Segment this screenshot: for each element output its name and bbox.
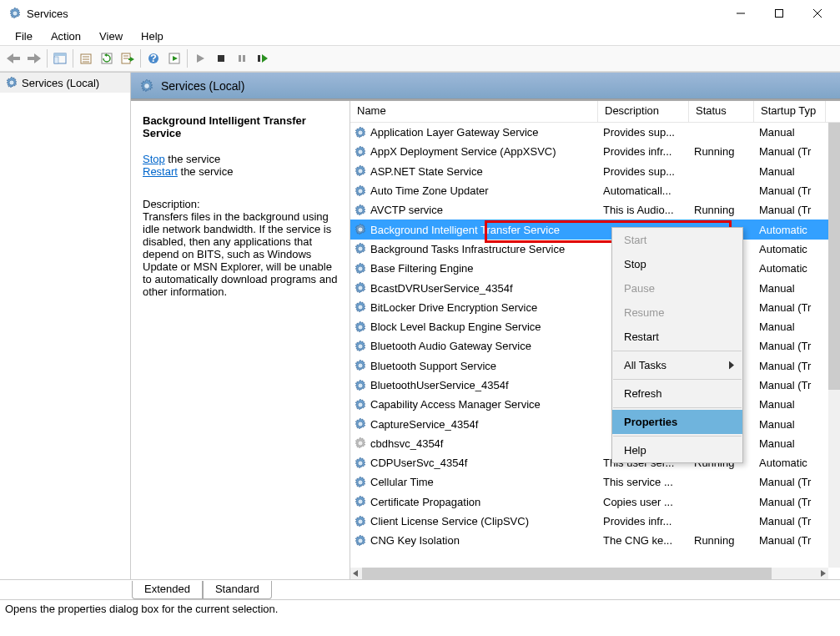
svg-text:?: ?: [150, 53, 157, 64]
tree-root-label: Services (Local): [22, 77, 99, 89]
gear-icon: [354, 515, 367, 528]
menu-item-help[interactable]: Help: [612, 438, 742, 462]
menu-item-restart[interactable]: Restart: [612, 325, 742, 349]
table-row[interactable]: Bluetooth Support ServiceManual (Tr: [350, 356, 840, 376]
tab-extended[interactable]: Extended: [132, 581, 203, 599]
table-row[interactable]: ASP.NET State ServiceProvides sup...Manu…: [350, 162, 840, 181]
maximize-button[interactable]: [760, 0, 798, 27]
table-row[interactable]: AppX Deployment Service (AppXSVC)Provide…: [350, 142, 840, 161]
service-name: BluetoothUserService_4354f: [370, 379, 509, 391]
table-row[interactable]: Cellular TimeThis service ...Manual (Tr: [350, 472, 840, 492]
menu-item-all-tasks[interactable]: All Tasks: [612, 353, 742, 377]
menubar: File Action View Help: [0, 27, 840, 45]
gear-icon: [354, 126, 367, 139]
scroll-right-icon[interactable]: [817, 568, 828, 579]
view-header-title: Services (Local): [161, 79, 244, 93]
menu-action[interactable]: Action: [43, 28, 89, 44]
col-name[interactable]: Name: [350, 101, 598, 122]
gear-icon: [354, 164, 367, 178]
menu-separator: [613, 351, 742, 351]
table-row[interactable]: Block Level Backup Engine ServiceManual: [350, 317, 840, 336]
table-row[interactable]: Application Layer Gateway ServiceProvide…: [350, 123, 840, 142]
table-row[interactable]: CaptureService_4354fManual: [350, 414, 840, 433]
table-row[interactable]: CDPUserSvc_4354fThis user ser...RunningA…: [350, 453, 840, 472]
tree-root-item[interactable]: Services (Local): [0, 73, 130, 93]
service-startup: Manual: [754, 165, 826, 178]
stop-service-link[interactable]: Stop: [143, 153, 165, 165]
menu-file[interactable]: File: [7, 28, 41, 44]
svg-rect-26: [239, 55, 241, 62]
stop-service-button[interactable]: [211, 48, 231, 68]
export-list-button[interactable]: [118, 48, 138, 68]
service-name: ASP.NET State Service: [370, 165, 483, 178]
table-row[interactable]: AVCTP serviceThis is Audio...RunningManu…: [350, 200, 840, 220]
vertical-scrollbar[interactable]: [828, 123, 840, 568]
menu-item-properties[interactable]: Properties: [612, 410, 742, 434]
service-startup: Manual (Tr: [754, 340, 826, 352]
service-desc: Provides sup...: [598, 165, 689, 178]
col-status[interactable]: Status: [689, 101, 754, 122]
scroll-left-icon[interactable]: [350, 568, 362, 579]
svg-marker-24: [197, 54, 204, 63]
table-row[interactable]: Base Filtering EngineAutomatic: [350, 259, 840, 278]
service-startup: Manual: [754, 321, 826, 333]
table-row[interactable]: Client License Service (ClipSVC)Provides…: [350, 512, 840, 531]
service-desc: Provides infr...: [598, 145, 689, 158]
table-row[interactable]: BcastDVRUserService_4354fManual: [350, 278, 840, 297]
restart-service-button[interactable]: [253, 48, 273, 68]
service-name: Background Tasks Infrastructure Service: [370, 243, 565, 255]
menu-item-stop[interactable]: Stop: [612, 252, 742, 276]
table-row[interactable]: BitLocker Drive Encryption ServiceManual…: [350, 298, 840, 317]
service-name: CDPUserSvc_4354f: [370, 457, 467, 469]
table-row[interactable]: Background Intelligent Transfer ServiceA…: [350, 220, 840, 239]
menu-view[interactable]: View: [91, 28, 131, 44]
submenu-arrow-icon: [729, 359, 734, 371]
description-text: Transfers files in the background using …: [143, 210, 338, 298]
properties-button[interactable]: [76, 48, 96, 68]
forward-button[interactable]: [24, 48, 44, 68]
table-row[interactable]: Bluetooth Audio Gateway ServiceManual (T…: [350, 336, 840, 356]
view-tabs: Extended Standard: [0, 579, 840, 599]
gear-icon: [354, 281, 367, 295]
table-row[interactable]: Background Tasks Infrastructure ServiceA…: [350, 240, 840, 259]
show-hide-tree-button[interactable]: [50, 48, 70, 68]
menu-item-pause: Pause: [612, 276, 742, 300]
menu-item-refresh[interactable]: Refresh: [612, 381, 742, 406]
table-row[interactable]: Certificate PropagationCopies user ...Ma…: [350, 492, 840, 512]
table-row[interactable]: CNG Key IsolationThe CNG ke...RunningMan…: [350, 531, 840, 550]
services-list: Name Description Status Startup Typ Appl…: [350, 101, 840, 579]
service-name: Block Level Backup Engine Service: [370, 321, 541, 333]
svg-rect-25: [218, 55, 224, 62]
service-name: CaptureService_4354f: [370, 418, 478, 431]
horizontal-scrollbar[interactable]: [350, 568, 828, 579]
service-desc: The CNG ke...: [598, 534, 689, 547]
pause-service-button[interactable]: [232, 48, 252, 68]
gear-icon: [354, 534, 367, 548]
help-toolbar-button[interactable]: ?: [143, 48, 163, 68]
detail-pane: Background Intelligent Transfer Service …: [131, 101, 350, 579]
table-row[interactable]: Auto Time Zone UpdaterAutomaticall...Man…: [350, 181, 840, 200]
minimize-button[interactable]: [722, 0, 760, 27]
back-button[interactable]: [3, 48, 23, 68]
col-description[interactable]: Description: [598, 101, 689, 122]
tab-standard[interactable]: Standard: [203, 581, 272, 599]
table-row[interactable]: cbdhsvc_4354fManual: [350, 434, 840, 453]
table-row[interactable]: Capability Access Manager ServiceManual: [350, 395, 840, 414]
svg-marker-32: [729, 361, 734, 369]
gear-icon: [354, 242, 367, 255]
menu-item-resume: Resume: [612, 300, 742, 325]
restart-service-link[interactable]: Restart: [143, 165, 178, 178]
service-name: Cellular Time: [370, 476, 434, 488]
start-service-button[interactable]: [190, 48, 210, 68]
service-name: BitLocker Drive Encryption Service: [370, 301, 537, 314]
gear-icon: [354, 437, 367, 450]
col-startup[interactable]: Startup Typ: [754, 101, 826, 122]
close-button[interactable]: [798, 0, 837, 27]
menu-help[interactable]: Help: [133, 28, 172, 44]
show-action-button[interactable]: [164, 48, 184, 68]
service-startup: Automatic: [754, 262, 826, 275]
refresh-button[interactable]: [97, 48, 117, 68]
table-row[interactable]: BluetoothUserService_4354fManual (Tr: [350, 376, 840, 395]
stop-suffix: the service: [165, 153, 220, 165]
titlebar: Services: [0, 0, 840, 27]
